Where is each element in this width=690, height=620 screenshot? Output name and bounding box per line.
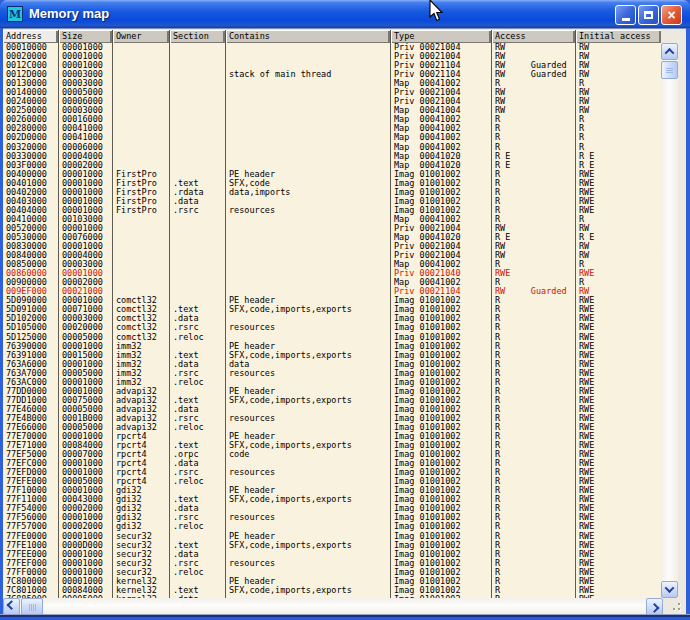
scroll-left-button[interactable] <box>3 598 20 615</box>
memory-row[interactable]: 5D091000 00071000 comctl32 .text SFX,cod… <box>3 305 661 314</box>
resize-grip[interactable] <box>663 598 686 615</box>
vertical-scroll-thumb[interactable] <box>661 61 678 79</box>
memory-row[interactable]: 00403000 00001000 FirstPro .data Imag 01… <box>3 197 661 206</box>
column-header-contains[interactable]: Contains <box>226 30 391 43</box>
memory-row[interactable]: 77FE0000 00001000 secur32 PE header Imag… <box>3 532 661 541</box>
memory-row[interactable]: 77E70000 00001000 rpcrt4 PE header Imag … <box>3 432 661 441</box>
memory-row[interactable]: 0012D000 00003000 stack of main thread P… <box>3 70 661 79</box>
memory-row[interactable]: 00240000 00006000 Priv 00021004 RW RW <box>3 97 661 106</box>
memory-row[interactable]: 00520000 00001000 Priv 00021004 RW RW <box>3 224 661 233</box>
memory-row[interactable]: 77DD1000 00075000 advapi32 .text SFX,cod… <box>3 396 661 405</box>
column-header-size[interactable]: Size <box>59 30 113 43</box>
memory-row[interactable]: 00830000 00001000 Priv 00021004 RW RW <box>3 242 661 251</box>
memory-row[interactable]: 002D0000 00041000 Map 00041002 R R <box>3 133 661 142</box>
cell-contains <box>226 88 391 97</box>
memory-row[interactable]: 763A7000 00005000 imm32 .rsrc resources … <box>3 369 661 378</box>
memory-row[interactable]: 00400000 00001000 FirstPro PE header Ima… <box>3 170 661 179</box>
memory-row[interactable]: 77E4B000 0001B000 advapi32 .rsrc resourc… <box>3 414 661 423</box>
memory-row[interactable]: 77F11000 00043000 gdi32 .text SFX,code,i… <box>3 495 661 504</box>
cell-address: 76390000 <box>3 342 59 351</box>
titlebar[interactable]: M Memory map × <box>0 0 690 28</box>
cell-contains: SFX,code,imports,exports <box>226 441 391 450</box>
scroll-up-button[interactable] <box>661 43 678 60</box>
cell-type: Imag 01001002 <box>391 532 492 541</box>
memory-row[interactable]: 77EF5000 00007000 rpcrt4 .orpc code Imag… <box>3 450 661 459</box>
memory-row[interactable]: 77E46000 00005000 advapi32 .data Imag 01… <box>3 405 661 414</box>
client-area: Address Size Owner Section Contains Type… <box>3 28 686 615</box>
memory-row[interactable]: 0012C000 00001000 Priv 00021104 RW Guard… <box>3 61 661 70</box>
close-button[interactable]: × <box>661 5 682 25</box>
memory-row[interactable]: 00402000 00001000 FirstPro .rdata data,i… <box>3 188 661 197</box>
column-header-owner[interactable]: Owner <box>113 30 170 43</box>
memory-row[interactable]: 77FE1000 0000D000 secur32 .text SFX,code… <box>3 541 661 550</box>
vertical-scrollbar[interactable] <box>661 43 678 598</box>
memory-row[interactable]: 5D102000 00003000 comctl32 .data Imag 01… <box>3 314 661 323</box>
memory-row[interactable]: 77F56000 00001000 gdi32 .rsrc resources … <box>3 513 661 522</box>
memory-row[interactable]: 77EFE000 00005000 rpcrt4 .reloc Imag 010… <box>3 477 661 486</box>
memory-row[interactable]: 763AC000 00001000 imm32 .reloc Imag 0100… <box>3 378 661 387</box>
cell-address: 00401000 <box>3 179 59 188</box>
cell-size: 00016000 <box>59 115 113 124</box>
memory-row[interactable]: 00530000 00076000 Map 00041020 R E R E <box>3 233 661 242</box>
memory-row[interactable]: 77FF0000 00001000 secur32 .reloc Imag 01… <box>3 568 661 577</box>
memory-row[interactable]: 00320000 00006000 Map 00041002 R R <box>3 143 661 152</box>
cell-section <box>170 486 226 495</box>
memory-row[interactable]: 00850000 00003000 Map 00041002 R R <box>3 260 661 269</box>
maximize-button[interactable] <box>638 5 659 25</box>
memory-row[interactable]: 77F10000 00001000 gdi32 PE header Imag 0… <box>3 486 661 495</box>
memory-row[interactable]: 00280000 00041000 Map 00041002 R R <box>3 124 661 133</box>
cell-contains <box>226 314 391 323</box>
memory-row[interactable]: 5D105000 00020000 comctl32 .rsrc resourc… <box>3 323 661 332</box>
memory-row[interactable]: 00250000 00003000 Map 00041004 RW RW <box>3 106 661 115</box>
cell-size: 00001000 <box>59 43 113 52</box>
horizontal-scroll-thumb[interactable] <box>21 598 43 615</box>
memory-row[interactable]: 00401000 00001000 FirstPro .text SFX,cod… <box>3 179 661 188</box>
memory-row[interactable]: 00130000 00003000 Map 00041002 R R <box>3 79 661 88</box>
memory-row[interactable]: 77FEF000 00001000 secur32 .rsrc resource… <box>3 559 661 568</box>
scroll-right-button[interactable] <box>646 598 663 615</box>
memory-row[interactable]: 77F57000 00002000 gdi32 .reloc Imag 0100… <box>3 522 661 531</box>
memory-row[interactable]: 7C801000 00084000 kernel32 .text SFX,cod… <box>3 586 661 595</box>
memory-row[interactable]: 76391000 00015000 imm32 .text SFX,code,i… <box>3 351 661 360</box>
memory-row[interactable]: 5D090000 00001000 comctl32 PE header Ima… <box>3 296 661 305</box>
cell-initial-access: RWE <box>576 197 661 206</box>
cell-initial-access: RWE <box>576 333 661 342</box>
cell-section: .rsrc <box>170 323 226 332</box>
memory-row[interactable]: 00840000 00004000 Priv 00021004 RW RW <box>3 251 661 260</box>
column-header-address[interactable]: Address <box>3 30 59 43</box>
cell-contains: SFX,code,imports,exports <box>226 495 391 504</box>
cell-type: Map 00041002 <box>391 215 492 224</box>
cell-initial-access: RWE <box>576 495 661 504</box>
memory-row[interactable]: 77EFC000 00001000 rpcrt4 .data Imag 0100… <box>3 459 661 468</box>
memory-row[interactable]: 76390000 00001000 imm32 PE header Imag 0… <box>3 342 661 351</box>
memory-row[interactable]: 00410000 00103000 Map 00041002 R R <box>3 215 661 224</box>
memory-row[interactable]: 77DD0000 00001000 advapi32 PE header Ima… <box>3 387 661 396</box>
memory-row[interactable]: 77FEE000 00001000 secur32 .data Imag 010… <box>3 550 661 559</box>
memory-row[interactable]: 5D125000 00005000 comctl32 .reloc Imag 0… <box>3 333 661 342</box>
memory-row[interactable]: 00020000 00001000 Priv 00021004 RW RW <box>3 52 661 61</box>
memory-row[interactable]: 00010000 00001000 Priv 00021004 RW RW <box>3 43 661 52</box>
horizontal-scrollbar[interactable] <box>3 598 663 615</box>
memory-row[interactable]: 009EF000 00021000 Priv 00021104 RW Guard… <box>3 287 661 296</box>
memory-row[interactable]: 77F54000 00002000 gdi32 .data Imag 01001… <box>3 504 661 513</box>
memory-row[interactable]: 00860000 00001000 Priv 00021040 RWE RWE <box>3 269 661 278</box>
memory-row[interactable]: 00900000 00002000 Map 00041002 R R <box>3 278 661 287</box>
column-header-initial-access[interactable]: Initial access <box>576 30 661 43</box>
memory-row[interactable]: 00140000 00005000 Priv 00021004 RW RW <box>3 88 661 97</box>
memory-row[interactable]: 00404000 00001000 FirstPro .rsrc resourc… <box>3 206 661 215</box>
memory-row[interactable]: 7C800000 00001000 kernel32 PE header Ima… <box>3 577 661 586</box>
memory-row[interactable]: 00330000 00004000 Map 00041020 R E R E <box>3 152 661 161</box>
memory-row[interactable]: 77E66000 00005000 advapi32 .reloc Imag 0… <box>3 423 661 432</box>
memory-row[interactable]: 77E71000 00084000 rpcrt4 .text SFX,code,… <box>3 441 661 450</box>
cell-size: 00001000 <box>59 188 113 197</box>
cell-size: 00003000 <box>59 106 113 115</box>
scroll-down-button[interactable] <box>661 581 678 598</box>
memory-row[interactable]: 00260000 00016000 Map 00041002 R R <box>3 115 661 124</box>
column-header-section[interactable]: Section <box>170 30 226 43</box>
memory-row[interactable]: 77EFD000 00001000 rpcrt4 .rsrc resources… <box>3 468 661 477</box>
memory-row[interactable]: 003F0000 00002000 Map 00041020 R E R E <box>3 161 661 170</box>
minimize-button[interactable] <box>615 5 636 25</box>
column-header-type[interactable]: Type <box>391 30 492 43</box>
memory-row[interactable]: 763A6000 00001000 imm32 .data data Imag … <box>3 360 661 369</box>
column-header-access[interactable]: Access <box>492 30 576 43</box>
